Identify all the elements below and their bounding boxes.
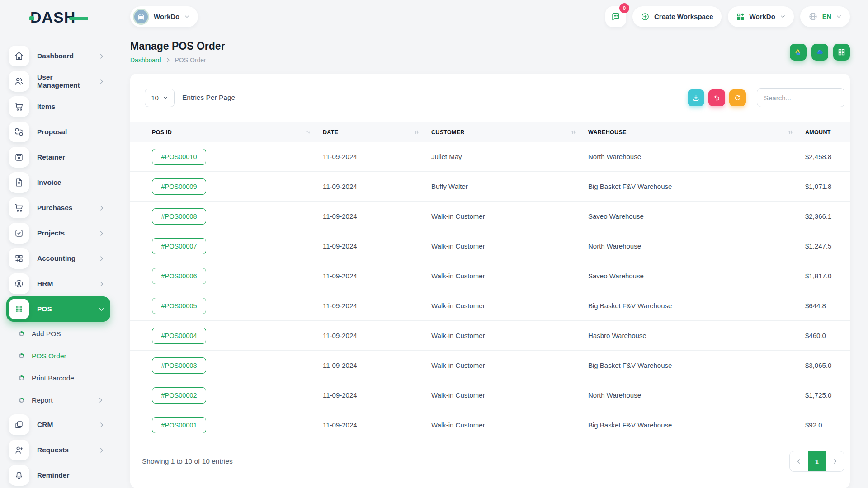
next-page-button[interactable]	[826, 451, 844, 471]
sidebar-item-purchases[interactable]: Purchases	[6, 195, 110, 221]
bullet-icon	[19, 331, 24, 336]
undo-icon	[713, 94, 721, 102]
onedrive-icon	[816, 48, 824, 56]
logo-text: DASH	[30, 9, 75, 25]
refresh-button[interactable]	[729, 89, 746, 106]
sidebar-item-pos[interactable]: POS	[6, 296, 110, 322]
date-cell: 11-09-2024	[323, 332, 431, 339]
sidebar-item-proposal[interactable]: Proposal	[6, 119, 110, 145]
grid-view-button[interactable]	[833, 44, 850, 61]
chevron-right-icon	[98, 230, 105, 237]
column-header-amount[interactable]: AMOUNT	[805, 129, 843, 136]
date-cell: 11-09-2024	[323, 361, 431, 369]
pos-id-badge[interactable]: #POS00004	[152, 328, 206, 344]
pos-id-badge[interactable]: #POS00001	[152, 417, 206, 433]
warehouse-cell: North Warehouse	[588, 242, 805, 250]
submenu-item-report[interactable]: Report	[6, 389, 110, 411]
customer-cell: Walk-in Customer	[431, 302, 588, 310]
sidebar-item-label: Items	[37, 103, 56, 111]
sort-icon[interactable]	[414, 129, 420, 135]
sidebar-item-label: Purchases	[37, 204, 72, 212]
warehouse-cell: Big Basket F&V Warehouse	[588, 183, 805, 190]
bullet-icon	[19, 353, 24, 358]
submenu-item-pos-order[interactable]: POS Order	[6, 345, 110, 367]
sort-icon[interactable]	[305, 129, 311, 135]
column-header-customer[interactable]: CUSTOMER	[431, 129, 588, 136]
submenu-item-label: Print Barcode	[32, 374, 74, 382]
sidebar-item-user-management[interactable]: User Management	[6, 69, 110, 94]
chevron-down-icon	[836, 14, 842, 19]
header-actions	[790, 44, 850, 61]
entries-per-page-select[interactable]: 10	[145, 89, 175, 107]
sidebar-item-label: POS	[37, 305, 52, 313]
sidebar-item-crm[interactable]: CRM	[6, 412, 110, 437]
pos-id-badge[interactable]: #POS00006	[152, 268, 206, 284]
workspace-switcher[interactable]: WorkDo	[130, 6, 198, 27]
table-toolbar: 10 Entries Per Page	[130, 88, 850, 107]
page-header: Manage POS Order Dashboard POS Order	[130, 40, 850, 64]
accounting-icon	[9, 248, 29, 269]
table-row: #POS00008 11-09-2024 Walk-in Customer Sa…	[130, 202, 850, 231]
column-header-pos-id[interactable]: POS ID	[152, 129, 323, 136]
customer-cell: Walk-in Customer	[431, 272, 588, 280]
submenu-item-print-barcode[interactable]: Print Barcode	[6, 367, 110, 389]
prev-page-button[interactable]	[790, 451, 808, 471]
warehouse-cell: North Warehouse	[588, 153, 805, 160]
check-square-icon	[9, 223, 29, 244]
workdo-menu-button[interactable]: WorkDo	[728, 6, 794, 27]
sidebar-item-label: Requests	[37, 446, 69, 454]
amount-cell: $460.0	[805, 332, 843, 339]
date-cell: 11-09-2024	[323, 183, 431, 190]
proposal-icon	[9, 122, 29, 142]
sidebar-item-reminder[interactable]: Reminder	[6, 463, 110, 488]
globe-icon	[808, 12, 818, 21]
pos-id-badge[interactable]: #POS00003	[152, 357, 206, 374]
export-button[interactable]	[688, 89, 704, 106]
page-title: Manage POS Order	[130, 40, 225, 52]
breadcrumb-dashboard-link[interactable]: Dashboard	[130, 56, 161, 64]
crm-icon	[9, 414, 29, 435]
cart-icon	[9, 197, 29, 218]
home-icon	[9, 46, 29, 66]
amount-cell: $644.8	[805, 302, 843, 310]
page-1-button[interactable]: 1	[808, 451, 826, 471]
search-input[interactable]	[757, 88, 844, 107]
sidebar-item-accounting[interactable]: Accounting	[6, 246, 110, 271]
sidebar-item-retainer[interactable]: Retainer	[6, 145, 110, 170]
entries-per-page-label: Entries Per Page	[182, 94, 235, 102]
sidebar-item-requests[interactable]: Requests	[6, 437, 110, 463]
date-cell: 11-09-2024	[323, 153, 431, 160]
sidebar-item-hrm[interactable]: HRM	[6, 271, 110, 296]
sidebar-item-projects[interactable]: Projects	[6, 221, 110, 246]
main-content: WorkDo 0 Create Workspace	[117, 0, 868, 488]
google-drive-button[interactable]	[790, 44, 807, 61]
column-header-warehouse[interactable]: WAREHOUSE	[588, 129, 805, 136]
customer-cell: Walk-in Customer	[431, 391, 588, 399]
submenu-item-label: Report	[32, 396, 53, 404]
sidebar-item-items[interactable]: Items	[6, 94, 110, 119]
onedrive-button[interactable]	[811, 44, 828, 61]
pos-id-badge[interactable]: #POS00007	[152, 238, 206, 254]
language-selector[interactable]: EN	[800, 6, 850, 27]
sort-icon[interactable]	[571, 129, 576, 135]
logo-accent-dot	[29, 16, 34, 20]
pos-id-badge[interactable]: #POS00009	[152, 178, 206, 195]
messages-button[interactable]: 0	[605, 6, 626, 27]
sidebar-item-dashboard[interactable]: Dashboard	[6, 43, 110, 69]
pos-id-badge[interactable]: #POS00005	[152, 298, 206, 314]
grid-dots-icon	[9, 299, 29, 319]
pos-id-badge[interactable]: #POS00008	[152, 208, 206, 225]
pos-id-badge[interactable]: #POS00010	[152, 149, 206, 165]
sort-icon[interactable]	[788, 129, 793, 135]
app-logo[interactable]: DASH	[29, 9, 88, 25]
amount-cell: $1,071.8	[805, 183, 843, 190]
amount-cell: $1,247.5	[805, 242, 843, 250]
reset-button[interactable]	[708, 89, 725, 106]
submenu-item-add-pos[interactable]: Add POS	[6, 323, 110, 345]
column-header-date[interactable]: DATE	[323, 129, 431, 136]
create-workspace-button[interactable]: Create Workspace	[632, 6, 722, 27]
chevron-right-icon	[98, 255, 105, 262]
sidebar-item-invoice[interactable]: Invoice	[6, 170, 110, 195]
pos-id-badge[interactable]: #POS00002	[152, 387, 206, 404]
table-header-row: POS ID DATE CUSTOMER WAREHOUSE	[130, 122, 850, 142]
